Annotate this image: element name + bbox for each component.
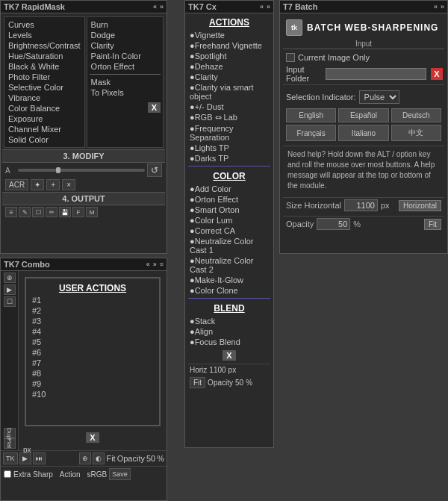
batch-horizontal-btn[interactable]: Horizontal bbox=[399, 200, 441, 211]
btn-star[interactable]: ✦ bbox=[31, 179, 44, 190]
combo-action-1[interactable]: #1 bbox=[29, 295, 156, 305]
cx-dust[interactable]: ●+/- Dust bbox=[188, 102, 270, 112]
lang-english-btn[interactable]: English bbox=[286, 108, 336, 122]
cx-align[interactable]: ●Align bbox=[188, 326, 270, 337]
undo-btn[interactable]: ↺ bbox=[147, 164, 162, 177]
cx-color-lum[interactable]: ●Color Lum bbox=[188, 215, 270, 225]
cx-darks-tp[interactable]: ●Darks TP bbox=[188, 153, 270, 164]
rapidmask-x-button[interactable]: X bbox=[148, 102, 161, 113]
output-icon-m[interactable]: M bbox=[86, 207, 98, 217]
rapidmask-item-vibrance[interactable]: Vibrance bbox=[7, 93, 82, 103]
combo-action-6[interactable]: #6 bbox=[29, 347, 156, 358]
batch-opacity-input[interactable] bbox=[317, 218, 350, 230]
rapidmask-item-paintin[interactable]: Paint-In Color bbox=[90, 51, 161, 61]
rapidmask-item-hue[interactable]: Hue/Saturation bbox=[7, 51, 82, 61]
rapidmask-item-curves[interactable]: Curves bbox=[7, 19, 82, 30]
btn-x2[interactable]: × bbox=[62, 179, 75, 190]
rapidmask-collapse-icon[interactable]: « bbox=[153, 3, 157, 10]
rapidmask-item-levels[interactable]: Levels bbox=[7, 30, 82, 40]
combo-x-button[interactable]: X bbox=[86, 432, 99, 443]
rapidmask-item-photo[interactable]: Photo Filter bbox=[7, 72, 82, 82]
combo-expand-icon[interactable]: » bbox=[153, 261, 157, 268]
cx-add-color[interactable]: ●Add Color bbox=[188, 184, 270, 194]
combo-icon-btn2[interactable]: ◐ bbox=[93, 452, 105, 464]
batch-folder-close-btn[interactable]: X bbox=[431, 68, 443, 80]
rapidmask-item-mask[interactable]: Mask bbox=[90, 77, 161, 87]
combo-action-7[interactable]: #7 bbox=[29, 358, 156, 368]
cx-collapse-icon[interactable]: « bbox=[260, 3, 264, 10]
combo-flat-btn[interactable]: Flat bbox=[4, 438, 16, 449]
combo-action-4[interactable]: #4 bbox=[29, 326, 156, 337]
combo-skip-btn[interactable]: ⏭ bbox=[33, 452, 46, 464]
batch-fit-btn[interactable]: Fit bbox=[424, 219, 441, 230]
cx-frequency[interactable]: ●Frequency Separation bbox=[188, 123, 270, 143]
rapidmask-item-topixels[interactable]: To Pixels bbox=[90, 87, 161, 98]
cx-neutralize2[interactable]: ●Neutralize Color Cast 2 bbox=[188, 255, 270, 275]
lang-espanol-btn[interactable]: Español bbox=[338, 108, 388, 122]
lang-chinese-btn[interactable]: 中文 bbox=[391, 125, 441, 141]
cx-rgb-lab[interactable]: ●RGB ⇔ Lab bbox=[188, 112, 270, 123]
rapidmask-item-selective[interactable]: Selective Color bbox=[7, 82, 82, 93]
btn-plus2[interactable]: + bbox=[46, 179, 60, 190]
combo-collapse-icon[interactable]: « bbox=[146, 261, 150, 268]
combo-sidebar-icon2[interactable]: ▶ bbox=[4, 284, 16, 295]
combo-sidebar-icon1[interactable]: ⊕ bbox=[4, 273, 16, 283]
combo-tk-btn[interactable]: TK bbox=[3, 452, 18, 464]
batch-collapse-icon[interactable]: « bbox=[434, 3, 438, 10]
combo-action-9[interactable]: #9 bbox=[29, 379, 156, 389]
combo-dup-btn[interactable]: Dup bbox=[4, 428, 16, 438]
cx-lights-tp[interactable]: ●Lights TP bbox=[188, 143, 270, 153]
cx-neutralize1[interactable]: ●Neutralize Color Cast 1 bbox=[188, 236, 270, 255]
combo-action-8[interactable]: #8 bbox=[29, 368, 156, 379]
output-icon-f[interactable]: F bbox=[72, 207, 84, 217]
output-icon-edit[interactable]: ✏ bbox=[46, 207, 57, 217]
combo-extra-sharp-cb[interactable] bbox=[4, 470, 11, 478]
cx-clarity[interactable]: ●Clarity bbox=[188, 72, 270, 82]
output-icon-list[interactable]: ≡ bbox=[5, 207, 17, 217]
rapidmask-item-bw[interactable]: Black & White bbox=[7, 61, 82, 72]
cx-stack[interactable]: ●Stack bbox=[188, 316, 270, 326]
cx-dehaze[interactable]: ●Dehaze bbox=[188, 61, 270, 72]
rapidmask-item-channel[interactable]: Channel Mixer bbox=[7, 124, 82, 134]
rapidmask-item-dodge[interactable]: Dodge bbox=[90, 30, 161, 40]
output-icon-pen[interactable]: ✎ bbox=[19, 207, 31, 217]
slider-a[interactable] bbox=[18, 169, 145, 172]
lang-italiano-btn[interactable]: Italiano bbox=[338, 125, 388, 141]
cx-clone[interactable]: ●Color Clone bbox=[188, 285, 270, 296]
combo-menu-icon[interactable]: ≡ bbox=[160, 261, 164, 268]
rapidmask-item-solid[interactable]: Solid Color bbox=[7, 134, 82, 145]
combo-action-2[interactable]: #2 bbox=[29, 305, 156, 316]
btn-acr[interactable]: ACR bbox=[5, 179, 28, 190]
cx-x-button[interactable]: X bbox=[223, 350, 235, 361]
batch-input-folder-field[interactable] bbox=[326, 68, 426, 80]
lang-francais-btn[interactable]: Français bbox=[286, 125, 336, 141]
combo-play-btn[interactable]: ▶ bbox=[19, 452, 31, 464]
batch-expand-icon[interactable]: » bbox=[441, 3, 444, 10]
rapidmask-item-clarity[interactable]: Clarity bbox=[90, 40, 161, 51]
rapidmask-expand-icon[interactable]: » bbox=[160, 3, 164, 10]
cx-vignette[interactable]: ●Vignette bbox=[188, 30, 270, 40]
output-icon-save[interactable]: 💾 bbox=[59, 207, 71, 217]
combo-sidebar-icon3[interactable]: ☐ bbox=[4, 296, 16, 307]
batch-selector-dropdown[interactable]: Pulse Blink None bbox=[359, 90, 399, 104]
cx-clarity-smart[interactable]: ●Clarity via smart object bbox=[188, 82, 270, 102]
cx-focus-blend[interactable]: ●Focus Blend bbox=[188, 337, 270, 347]
batch-checkbox[interactable] bbox=[286, 53, 295, 62]
cx-fit-btn[interactable]: Fit bbox=[190, 377, 205, 388]
lang-deutsch-btn[interactable]: Deutsch bbox=[391, 108, 441, 122]
cx-expand-icon[interactable]: » bbox=[267, 3, 270, 10]
combo-icon-btn1[interactable]: ⊕ bbox=[79, 452, 91, 464]
cx-freehand[interactable]: ●Freehand Vignette bbox=[188, 40, 270, 51]
cx-spotlight[interactable]: ●Spotlight bbox=[188, 51, 270, 61]
cx-smart-orton[interactable]: ●Smart Orton bbox=[188, 205, 270, 215]
combo-save-btn[interactable]: Save bbox=[109, 468, 131, 480]
combo-action-5[interactable]: #5 bbox=[29, 337, 156, 347]
combo-action-3[interactable]: #3 bbox=[29, 316, 156, 326]
cx-glow[interactable]: ●Make-It-Glow bbox=[188, 275, 270, 285]
rapidmask-item-brightness[interactable]: Brightness/Contrast bbox=[7, 40, 82, 51]
combo-action-10[interactable]: #10 bbox=[29, 389, 156, 399]
rapidmask-item-colorbalance[interactable]: Color Balance bbox=[7, 103, 82, 113]
output-icon-square[interactable]: ☐ bbox=[32, 207, 44, 217]
batch-size-input[interactable] bbox=[344, 199, 378, 211]
rapidmask-item-burn[interactable]: Burn bbox=[90, 19, 161, 30]
